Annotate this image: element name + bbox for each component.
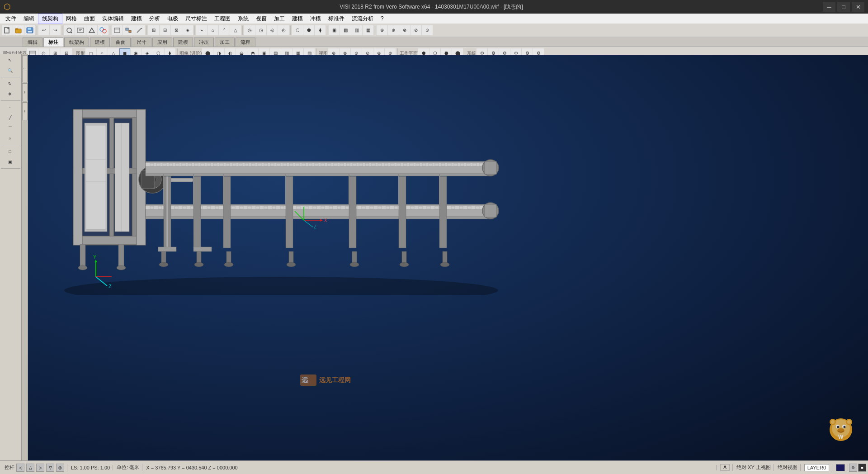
tab-wireframe[interactable]: 线架构 — [64, 38, 89, 47]
tb-btn-17[interactable]: ◶ — [255, 25, 266, 35]
svg-point-174 — [400, 262, 409, 267]
svg-rect-4 — [28, 28, 31, 30]
tb-btn-6[interactable] — [123, 25, 134, 35]
tb-btn-9[interactable]: ⊟ — [160, 25, 170, 35]
status-icon-3[interactable]: ▷ — [36, 464, 44, 472]
tab-flow[interactable]: 流程 — [236, 38, 255, 47]
side-circle[interactable]: ○ — [1, 133, 19, 143]
tb-btn-22[interactable]: ⧫ — [315, 25, 326, 35]
tab-edit[interactable]: 编辑 — [23, 38, 42, 47]
status-icon-4[interactable]: ▽ — [46, 464, 54, 472]
menu-stamping[interactable]: 冲模 — [307, 14, 325, 24]
tab-stamp[interactable]: 冲压 — [194, 38, 214, 47]
tb-btn-31[interactable]: ⊙ — [422, 25, 433, 35]
tb-btn-28[interactable]: ⊕ — [388, 25, 399, 35]
redo-button[interactable]: ↪ — [50, 25, 61, 35]
panel-btn-2[interactable]: ⋮ — [22, 83, 28, 101]
menu-electrode[interactable]: 电极 — [164, 14, 182, 24]
view-type-button[interactable]: A — [720, 464, 730, 471]
status-bar: 控杆 ◁ △ ▷ ▽ ◎ LS: 1.00 PS: 1.00 单位: 毫米 X … — [0, 460, 868, 474]
menu-surface[interactable]: 曲面 — [80, 14, 99, 24]
tab-model[interactable]: 建模 — [173, 38, 193, 47]
tb-btn-12[interactable]: ⌁ — [196, 25, 207, 35]
side-arc[interactable]: ⌒ — [1, 123, 19, 133]
tb-btn-25[interactable]: ▥ — [351, 25, 362, 35]
panel-snap-button[interactable]: ⋮ — [22, 55, 28, 82]
tb-btn-21[interactable]: ⬢ — [303, 25, 314, 35]
menu-machining[interactable]: 加工 — [270, 14, 288, 24]
menu-engineering[interactable]: 工程图 — [211, 14, 234, 24]
tb-btn-7[interactable] — [134, 25, 145, 35]
units-label: 单位: 毫米 — [117, 464, 139, 471]
close-button[interactable]: ✕ — [852, 2, 864, 12]
menu-system[interactable]: 系统 — [234, 14, 252, 24]
tb-btn-1[interactable] — [64, 25, 75, 35]
status-icon-2[interactable]: △ — [26, 464, 34, 472]
menu-file[interactable]: 文件 — [2, 14, 20, 24]
tb-btn-3[interactable] — [86, 25, 97, 35]
status-right-icon-1[interactable]: ⊕ — [849, 464, 857, 472]
menu-build[interactable]: 建模 — [127, 14, 146, 24]
tb-btn-27[interactable]: ⊛ — [377, 25, 387, 35]
tb-btn-24[interactable]: ▩ — [340, 25, 351, 35]
tb-btn-29[interactable]: ⊗ — [399, 25, 410, 35]
menu-help[interactable]: ? — [377, 14, 387, 23]
status-icon-1[interactable]: ◁ — [16, 464, 24, 472]
side-point[interactable]: · — [1, 102, 19, 112]
svg-rect-169 — [349, 176, 356, 248]
tab-apply[interactable]: 应用 — [152, 38, 172, 47]
tb-btn-2[interactable] — [75, 25, 86, 35]
menu-solid-edit[interactable]: 实体编辑 — [99, 14, 127, 24]
mascot: W — [823, 414, 859, 447]
menu-dimension[interactable]: 尺寸标注 — [182, 14, 211, 24]
menu-analysis[interactable]: 分析 — [146, 14, 164, 24]
side-pan[interactable]: ✥ — [1, 89, 19, 99]
status-right-icon-2[interactable]: ■ — [858, 464, 866, 472]
tb-btn-15[interactable]: △ — [230, 25, 241, 35]
side-select[interactable]: ↖ — [1, 55, 19, 65]
side-line[interactable]: ╱ — [1, 113, 19, 123]
tb-btn-13[interactable]: ⌂ — [208, 25, 218, 35]
undo-button[interactable]: ↩ — [38, 25, 49, 35]
menu-molding[interactable]: 建模 — [288, 14, 307, 24]
menu-flow[interactable]: 流流分析 — [348, 14, 377, 24]
save-button[interactable] — [24, 25, 35, 35]
minimize-button[interactable]: ─ — [823, 2, 835, 12]
tb-btn-10[interactable]: ⊠ — [171, 25, 182, 35]
restore-button[interactable]: □ — [837, 2, 850, 12]
tb-btn-18[interactable]: ◵ — [267, 25, 278, 35]
menu-standard[interactable]: 标准件 — [325, 14, 348, 24]
tb-btn-11[interactable]: ◈ — [182, 25, 193, 35]
tb-btn-19[interactable]: ◴ — [278, 25, 289, 35]
view-type-section[interactable]: A — [717, 464, 733, 471]
tb-btn-4[interactable] — [98, 25, 108, 35]
side-surface[interactable]: □ — [1, 147, 19, 156]
tb-btn-8[interactable]: ⊞ — [148, 25, 159, 35]
menu-view[interactable]: 视窗 — [252, 14, 270, 24]
tab-annotation[interactable]: 标注 — [43, 38, 63, 47]
tab-surface[interactable]: 曲面 — [111, 38, 131, 47]
tab-dimension[interactable]: 尺寸 — [132, 38, 151, 47]
side-zoom[interactable]: 🔍 — [1, 66, 19, 76]
tab-machine[interactable]: 加工 — [215, 38, 235, 47]
menu-grid[interactable]: 网格 — [62, 14, 80, 24]
svg-point-210 — [847, 420, 851, 424]
status-icon-5[interactable]: ◎ — [56, 464, 64, 472]
side-solid[interactable]: ▣ — [1, 157, 19, 167]
coords-display: X = 3765.793 Y = 0430.540 Z = 0000.000 — [146, 465, 237, 470]
tab-build[interactable]: 建模 — [90, 38, 110, 47]
menu-wireframe[interactable]: 线架构 — [38, 14, 62, 24]
tb-btn-30[interactable]: ⊘ — [410, 25, 421, 35]
new-button[interactable] — [2, 25, 13, 35]
menu-edit[interactable]: 编辑 — [20, 14, 38, 24]
tb-btn-23[interactable]: ▣ — [329, 25, 340, 35]
panel-btn-3[interactable]: ⋮ — [22, 102, 28, 120]
tb-btn-20[interactable]: ⬡ — [292, 25, 303, 35]
tb-btn-26[interactable]: ▦ — [363, 25, 373, 35]
tb-btn-16[interactable]: ◷ — [244, 25, 255, 35]
open-button[interactable] — [13, 25, 24, 35]
side-rotate[interactable]: ↻ — [1, 79, 19, 89]
tb-btn-14[interactable]: ⌃ — [219, 25, 230, 35]
tb-btn-5[interactable] — [112, 25, 123, 35]
viewport-3d[interactable]: Y Z X Z 远 远见工程网 — [28, 55, 868, 460]
